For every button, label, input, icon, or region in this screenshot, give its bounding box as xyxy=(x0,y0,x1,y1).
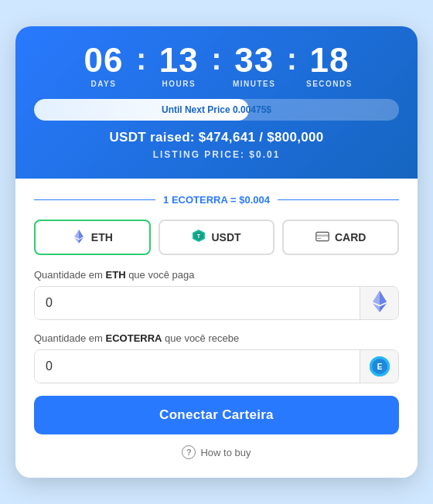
payment-btn-eth[interactable]: ETH xyxy=(34,220,151,255)
svg-text:T: T xyxy=(197,233,201,239)
how-to-buy-label: How to buy xyxy=(200,447,251,458)
payment-methods: ETH T USDT xyxy=(34,220,399,255)
svg-marker-13 xyxy=(380,304,387,313)
svg-text:E: E xyxy=(377,363,382,371)
how-to-buy[interactable]: ? How to buy xyxy=(34,445,399,459)
eth-icon xyxy=(72,230,86,246)
widget-card: 06 DAYS : 13 HOURS : 33 MINUTES : 18 SEC… xyxy=(15,26,418,478)
eth-label: ETH xyxy=(91,231,113,243)
rate-line-left xyxy=(34,199,155,201)
eth-amount-input[interactable] xyxy=(35,287,360,319)
svg-marker-2 xyxy=(74,237,79,243)
eco-input-icon-box: E xyxy=(360,350,398,383)
progress-bar-text: Until Next Price 0.00475$ xyxy=(162,104,271,115)
svg-marker-12 xyxy=(373,304,380,313)
progress-bar-container: Until Next Price 0.00475$ xyxy=(34,99,399,121)
card-icon xyxy=(315,231,329,244)
help-icon: ? xyxy=(182,445,196,459)
rate-text: 1 ECOTERRA = $0.004 xyxy=(163,194,270,206)
svg-rect-8 xyxy=(316,234,329,236)
listing-price: LISTING PRICE: $0.01 xyxy=(34,149,399,160)
svg-rect-9 xyxy=(317,237,321,239)
connect-wallet-button[interactable]: Conectar Carteira xyxy=(34,396,399,434)
countdown-seconds: 18 SECONDS xyxy=(298,43,360,88)
rate-line-right xyxy=(278,199,399,201)
countdown-row: 06 DAYS : 13 HOURS : 33 MINUTES : 18 SEC… xyxy=(34,43,399,88)
eth-small-icon xyxy=(373,291,387,315)
eth-input-icon-box xyxy=(360,287,398,319)
colon-3: : xyxy=(285,43,298,74)
colon-2: : xyxy=(210,43,223,74)
eth-input-label: Quantidade em ETH que você paga xyxy=(34,269,399,281)
payment-btn-usdt[interactable]: T USDT xyxy=(159,220,275,255)
eco-amount-input[interactable] xyxy=(35,350,360,383)
countdown-days: 06 DAYS xyxy=(73,43,135,88)
raised-text: USDT raised: $474,641 / $800,000 xyxy=(34,130,399,145)
eco-coin-icon: E xyxy=(370,356,390,376)
svg-marker-1 xyxy=(79,230,84,239)
svg-marker-11 xyxy=(380,291,387,305)
body: 1 ECOTERRA = $0.004 ETH xyxy=(15,179,418,478)
countdown-hours: 13 HOURS xyxy=(148,43,210,88)
eth-input-row xyxy=(34,286,399,320)
svg-marker-3 xyxy=(79,237,84,243)
colon-1: : xyxy=(135,43,148,74)
countdown-minutes: 33 MINUTES xyxy=(223,43,285,88)
header: 06 DAYS : 13 HOURS : 33 MINUTES : 18 SEC… xyxy=(15,26,418,179)
usdt-label: USDT xyxy=(211,231,240,243)
rate-divider: 1 ECOTERRA = $0.004 xyxy=(34,194,399,206)
eco-input-label: Quantidade em ECOTERRA que você recebe xyxy=(34,332,399,344)
card-label: CARD xyxy=(335,231,366,243)
eco-input-row: E xyxy=(34,349,399,383)
payment-btn-card[interactable]: CARD xyxy=(282,220,399,255)
usdt-icon: T xyxy=(192,229,206,246)
